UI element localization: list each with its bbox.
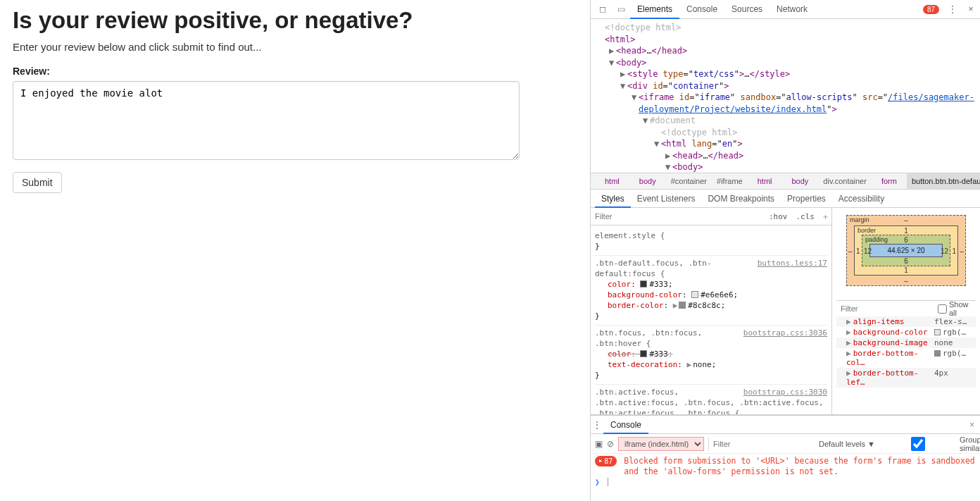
drawer-close-icon[interactable]: × (964, 420, 980, 430)
breadcrumb-item[interactable]: body (781, 173, 818, 190)
dom-line[interactable]: ▼<body> (598, 57, 980, 69)
devtools-panel: ◻ ▭ Elements Console Sources Network 87 … (590, 0, 980, 501)
styles-filter-input[interactable] (591, 208, 765, 225)
styles-row: :hov .cls ＋ element.style {}buttons.less… (591, 208, 980, 415)
tab-sources[interactable]: Sources (724, 0, 769, 19)
hov-toggle[interactable]: :hov (765, 212, 792, 221)
computed-list[interactable]: ▶align-itemsflex-s…▶background-colorrgb(… (836, 316, 976, 388)
console-sidebar-toggle-icon[interactable]: ▣ (595, 439, 603, 449)
error-count-badge[interactable]: 87 (923, 5, 939, 14)
box-model-border[interactable]: border 1 1 1 1 padding 6 6 12 12 44.625 … (854, 225, 958, 276)
breadcrumb-item[interactable]: html (748, 173, 782, 190)
console-context-select[interactable]: iframe (index.html) (618, 437, 704, 451)
padding-top: 6 (904, 236, 908, 244)
margin-label: margin (850, 216, 869, 223)
device-toggle-icon[interactable]: ▭ (612, 4, 630, 14)
console-clear-icon[interactable]: ⊘ (607, 439, 614, 449)
margin-top: – (904, 216, 908, 224)
css-rule-block[interactable]: buttons.less:17.btn-default.focus, .btn-… (595, 256, 827, 326)
computed-row[interactable]: ▶background-imagenone (836, 338, 976, 348)
element-breadcrumbs[interactable]: htmlbody#container#iframehtmlbodydiv.con… (591, 173, 980, 190)
log-levels-dropdown[interactable]: Default levels ▼ (819, 440, 875, 448)
subtab-styles[interactable]: Styles (595, 190, 631, 208)
css-rule-block[interactable]: element.style {} (595, 228, 827, 256)
tab-console[interactable]: Console (679, 0, 724, 19)
padding-right: 12 (941, 247, 948, 254)
dom-line[interactable]: deployment/Project/website/index.html"> (598, 104, 980, 116)
dom-line[interactable]: ▼<div id="container"> (598, 80, 980, 92)
box-model-content[interactable]: 44.625 × 20 (869, 244, 943, 257)
devtools-tabbar: ◻ ▭ Elements Console Sources Network 87 … (591, 0, 980, 19)
console-filter-input[interactable] (708, 437, 815, 451)
subtab-dom-breakpoints[interactable]: DOM Breakpoints (701, 190, 781, 208)
breadcrumb-item[interactable]: body (629, 173, 666, 190)
breadcrumb-item[interactable]: button.btn.btn-default (907, 173, 980, 190)
border-left: 1 (856, 247, 860, 254)
computed-row[interactable]: ▶align-itemsflex-s… (836, 316, 976, 327)
dom-line[interactable]: ▼<html lang="en"> (598, 138, 980, 150)
breadcrumb-item[interactable]: html (595, 173, 629, 190)
dom-line[interactable]: ▼#document (598, 115, 980, 127)
computed-row[interactable]: ▶border-bottom-col…rgb(… (836, 348, 976, 368)
page-content: Is your review positive, or negative? En… (0, 0, 590, 501)
tab-network[interactable]: Network (769, 0, 815, 19)
devtools-close-icon[interactable]: × (962, 4, 980, 14)
inspect-icon[interactable]: ◻ (593, 4, 612, 14)
console-drawer: ⋮ Console × ▣ ⊘ iframe (index.html) Defa… (591, 415, 980, 501)
console-prompt[interactable]: ❯ (595, 477, 976, 487)
subtab-properties[interactable]: Properties (781, 190, 832, 208)
breadcrumb-item[interactable]: div.container (818, 173, 872, 190)
error-message: Blocked form submission to '<URL>' becau… (624, 456, 976, 477)
new-style-rule-icon[interactable]: ＋ (819, 211, 831, 222)
show-all-checkbox[interactable] (938, 304, 947, 314)
padding-left: 12 (864, 247, 872, 254)
computed-filterbar: Show all (836, 300, 976, 316)
devtools-menu-icon[interactable]: ⋮ (943, 4, 962, 14)
drawer-menu-icon[interactable]: ⋮ (591, 420, 603, 430)
dom-line[interactable]: ▼<iframe id="iframe" sandbox="allow-scri… (598, 92, 980, 104)
breadcrumb-item[interactable]: #iframe (712, 173, 748, 190)
dom-line[interactable]: ▼<body> (598, 161, 980, 173)
dom-line[interactable]: ▶<head>…</head> (598, 45, 980, 57)
styles-pane: :hov .cls ＋ element.style {}buttons.less… (591, 208, 832, 414)
computed-filter-input[interactable] (841, 304, 938, 313)
css-rule-block[interactable]: bootstrap.css:3030.btn.active.focus, .bt… (595, 385, 827, 414)
breadcrumb-item[interactable]: form (872, 173, 907, 190)
box-model-padding[interactable]: padding 6 6 12 12 44.625 × 20 (862, 235, 950, 266)
box-model-margin[interactable]: margin – – – – border 1 1 1 1 padding 6 (846, 215, 966, 286)
drawer-tabs: ⋮ Console × (591, 416, 980, 434)
cls-toggle[interactable]: .cls (792, 212, 819, 221)
error-group-count[interactable]: 87 (595, 456, 617, 466)
border-top: 1 (904, 227, 908, 235)
console-toolbar: ▣ ⊘ iframe (index.html) Default levels ▼… (591, 434, 980, 454)
show-all-text: Show all (949, 300, 972, 317)
css-rule-block[interactable]: bootstrap.css:3036.btn.focus, .btn:focus… (595, 326, 827, 385)
border-right: 1 (952, 247, 956, 254)
submit-button[interactable]: Submit (13, 172, 62, 193)
subtab-event-listeners[interactable]: Event Listeners (631, 190, 702, 208)
padding-label: padding (865, 236, 888, 243)
console-error-row[interactable]: 87 Blocked form submission to '<URL>' be… (595, 456, 976, 477)
group-similar-label[interactable]: Group similar (879, 435, 980, 452)
css-rules[interactable]: element.style {}buttons.less:17.btn-defa… (591, 225, 831, 414)
drawer-tab-console[interactable]: Console (603, 416, 648, 434)
tab-elements[interactable]: Elements (630, 0, 679, 19)
breadcrumb-item[interactable]: #container (666, 173, 712, 190)
dom-line[interactable]: ▶<style type="text/css">…</style> (598, 68, 980, 80)
show-all-label[interactable]: Show all (938, 300, 972, 317)
dom-line[interactable]: <!doctype html> (598, 22, 980, 34)
margin-right: – (960, 247, 964, 254)
margin-left: – (848, 247, 853, 254)
dom-line[interactable]: <html> (598, 34, 980, 46)
page-subtext: Enter your review below and click submit… (13, 41, 577, 53)
dom-tree[interactable]: <!doctype html><html>▶<head>…</head>▼<bo… (591, 19, 980, 173)
subtab-accessibility[interactable]: Accessibility (832, 190, 891, 208)
dom-line[interactable]: ▶<head>…</head> (598, 150, 980, 162)
computed-row[interactable]: ▶background-colorrgb(… (836, 327, 976, 338)
group-similar-checkbox[interactable] (879, 437, 957, 451)
dom-line[interactable]: <!doctype html> (598, 127, 980, 139)
console-output[interactable]: 87 Blocked form submission to '<URL>' be… (591, 454, 980, 501)
margin-bottom: – (904, 277, 908, 285)
computed-row[interactable]: ▶border-bottom-lef…4px (836, 368, 976, 388)
review-textarea[interactable]: I enjoyed the movie alot (13, 81, 520, 160)
